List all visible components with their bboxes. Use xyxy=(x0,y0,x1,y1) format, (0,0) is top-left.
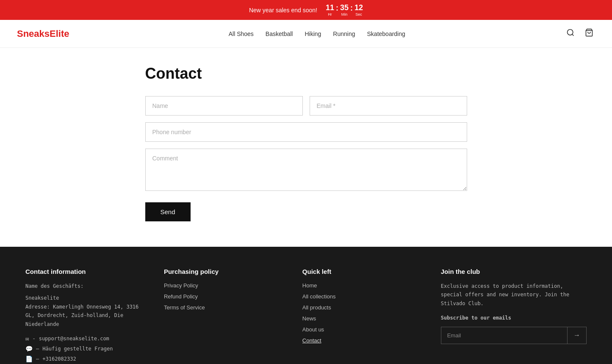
footer-subscribe-button[interactable]: → xyxy=(567,327,586,344)
countdown: 11 Hr : 35 Min : 12 Sec xyxy=(326,3,363,17)
name-input[interactable] xyxy=(145,96,303,116)
footer-subscribe-label: Subscribe to our emails xyxy=(441,314,587,322)
footer-email: support@sneakselite.com xyxy=(39,336,109,342)
countdown-sep-1: : xyxy=(336,4,338,13)
nav-skateboarding[interactable]: Skateboarding xyxy=(367,30,405,37)
countdown-seconds: 12 Sec xyxy=(354,3,363,17)
form-row-name-email xyxy=(145,96,467,116)
footer-all-products-link[interactable]: All products xyxy=(302,304,331,311)
send-button[interactable]: Send xyxy=(145,202,191,221)
logo[interactable]: SneaksElite xyxy=(17,28,69,39)
chat-icon: 💬 xyxy=(25,345,33,352)
footer-news-link[interactable]: News xyxy=(302,315,316,322)
footer-quick-heading: Quick left xyxy=(302,268,424,275)
contact-page: Contact Send xyxy=(137,48,476,247)
footer-grid: Contact information Name des Geschäfts: … xyxy=(25,268,587,364)
countdown-hours: 11 Hr xyxy=(326,3,334,17)
email-icon: ✉ xyxy=(25,335,29,342)
footer-privacy-policy-link[interactable]: Privacy Policy xyxy=(164,282,198,289)
footer-phone-item: 📄 – +3162082332 xyxy=(25,356,147,362)
search-icon xyxy=(566,28,575,37)
footer-home-link[interactable]: Home xyxy=(302,282,317,289)
nav-running[interactable]: Running xyxy=(333,30,355,37)
footer-chat-label: Häufig gestellte Fragen xyxy=(42,346,113,352)
search-button[interactable] xyxy=(565,27,576,41)
email-input[interactable] xyxy=(310,96,467,116)
svg-point-0 xyxy=(568,30,573,35)
footer-address: Sneakselite Adresse: Kamerlingh Onnesweg… xyxy=(25,294,147,328)
form-row-phone xyxy=(145,122,467,142)
svg-line-1 xyxy=(572,34,574,36)
footer-all-collections-link[interactable]: All collections xyxy=(302,293,336,300)
footer-purchasing-heading: Purchasing policy xyxy=(164,268,285,275)
footer-email-item: ✉ - support@sneakselite.com xyxy=(25,335,147,342)
footer-email-input[interactable] xyxy=(441,327,567,344)
header-icons xyxy=(565,27,595,41)
footer-purchasing-policy: Purchasing policy Privacy Policy Refund … xyxy=(164,268,285,364)
main-nav: All Shoes Basketball Hiking Running Skat… xyxy=(229,30,405,37)
footer-about-us-link[interactable]: About us xyxy=(302,326,324,333)
cart-button[interactable] xyxy=(583,27,595,41)
contact-form: Send xyxy=(145,96,467,221)
footer-quick-links: Home All collections All products News A… xyxy=(302,282,424,344)
nav-basketball[interactable]: Basketball xyxy=(266,30,293,37)
countdown-sep-2: : xyxy=(350,4,353,13)
footer-terms-service-link[interactable]: Terms of Service xyxy=(164,304,205,311)
header: SneaksElite All Shoes Basketball Hiking … xyxy=(0,20,612,48)
form-row-comment xyxy=(145,149,467,192)
countdown-minutes: 35 Min xyxy=(340,3,349,17)
footer-phone: +3162082332 xyxy=(42,356,76,362)
footer-name-label: Name des Geschäfts: xyxy=(25,282,147,290)
page-title: Contact xyxy=(145,65,467,83)
phone-input[interactable] xyxy=(145,122,467,142)
top-banner: New year sales end soon! 11 Hr : 35 Min … xyxy=(0,0,612,20)
footer-contact-link[interactable]: Contact xyxy=(302,337,321,344)
footer-join-description: Exclusive access to product information,… xyxy=(441,282,587,308)
footer-refund-policy-link[interactable]: Refund Policy xyxy=(164,293,198,300)
footer-email-subscribe: → xyxy=(441,327,587,344)
footer-chat-item: 💬 – Häufig gestellte Fragen xyxy=(25,345,147,352)
footer-purchasing-links: Privacy Policy Refund Policy Terms of Se… xyxy=(164,282,285,311)
footer-contact-info: Contact information Name des Geschäfts: … xyxy=(25,268,147,364)
footer-join-heading: Join the club xyxy=(441,268,587,275)
cart-icon xyxy=(585,28,593,37)
footer: Contact information Name des Geschäfts: … xyxy=(0,247,612,364)
footer-join-club: Join the club Exclusive access to produc… xyxy=(441,268,587,364)
footer-contact-heading: Contact information xyxy=(25,268,147,275)
nav-hiking[interactable]: Hiking xyxy=(305,30,321,37)
footer-quick-left: Quick left Home All collections All prod… xyxy=(302,268,424,364)
phone-icon: 📄 xyxy=(25,356,33,362)
nav-all-shoes[interactable]: All Shoes xyxy=(229,30,254,37)
comment-input[interactable] xyxy=(145,149,467,191)
banner-text: New year sales end soon! xyxy=(249,7,317,14)
